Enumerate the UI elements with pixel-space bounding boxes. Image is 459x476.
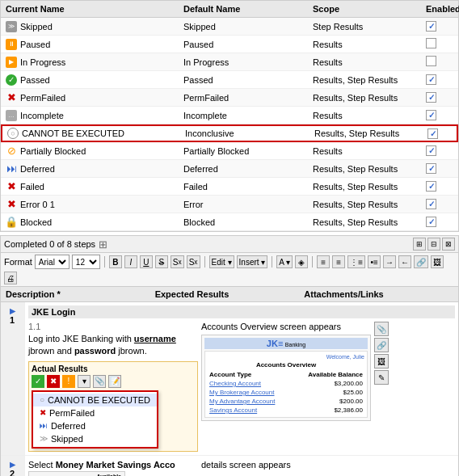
accounts-overview-title: Accounts Overview [208, 361, 364, 369]
row-scope: Results, Step Results [313, 75, 426, 85]
step-2-number: ▶2 [1, 456, 25, 476]
print-button[interactable]: 🖨 [4, 272, 17, 284]
attachment-icon-1[interactable]: 📎 [374, 322, 389, 336]
italic-button[interactable]: I [124, 255, 137, 268]
enabled-checkbox[interactable] [426, 163, 436, 174]
enabled-checkbox[interactable] [426, 21, 436, 32]
link-button[interactable]: 🔗 [414, 255, 428, 268]
permfailed-item-icon: ✖ [40, 408, 46, 417]
col-account-type: Account Type [208, 370, 293, 379]
row-enabled [426, 38, 459, 50]
format-label: Format [4, 257, 32, 267]
savings-link[interactable]: Savings Account [208, 406, 293, 415]
align-left-button[interactable]: ≡ [317, 255, 330, 268]
advantage-link[interactable]: My Advantage Account [208, 397, 293, 406]
row-enabled [427, 128, 459, 139]
row-scope: Results, Step Results [313, 182, 426, 192]
expected-text: Accounts Overview screen appears [201, 322, 371, 331]
col-header-scope: Scope [313, 4, 426, 14]
indent-button[interactable]: → [383, 255, 396, 268]
actual-results-box: Actual Results ✓ ✖ ! ▾ 📎 📝 ○ [28, 361, 198, 452]
row-default: Inconclusive [185, 128, 314, 138]
enabled-checkbox[interactable] [426, 217, 436, 227]
sub-step-expected: Accounts Overview screen appears JK≡ Ban… [201, 322, 371, 452]
permfailed-item-label: PermFailed [49, 408, 95, 418]
enabled-checkbox[interactable] [426, 199, 436, 209]
row-enabled [426, 145, 459, 156]
image-button[interactable]: 🖼 [431, 255, 444, 268]
welcome-text: Welcome, Julie [208, 354, 364, 360]
subscript-button[interactable]: Sx [187, 255, 200, 268]
row-scope: Results [313, 111, 426, 120]
attachment-icon-2[interactable]: 🔗 [374, 338, 389, 352]
underline-button[interactable]: U [140, 255, 153, 268]
step-2-desc: Select Money Market Savings Acco Account… [28, 459, 198, 476]
grid-icon-1[interactable]: ⊞ [413, 238, 426, 251]
step-number-label: ▶1 [10, 305, 15, 325]
step-1-title: JKE Login [28, 305, 455, 318]
enabled-checkbox[interactable] [426, 181, 436, 192]
row-enabled [426, 163, 459, 174]
row-enabled [426, 217, 459, 227]
enabled-checkbox[interactable] [426, 110, 436, 120]
dropdown-item-permfailed[interactable]: ✖ PermFailed [33, 406, 157, 419]
font-color-button[interactable]: A ▾ [276, 255, 293, 268]
insert-dropdown-button[interactable]: Insert ▾ [237, 255, 268, 268]
edit-dropdown-button[interactable]: Edit ▾ [209, 255, 234, 268]
superscript-button[interactable]: Sx [171, 255, 184, 268]
enabled-checkbox[interactable] [426, 92, 436, 103]
dropdown-item-cannot[interactable]: ○ CANNOT BE EXECUTED [33, 394, 157, 406]
passed-icon: ✓ [6, 74, 17, 86]
row-scope: Results, Step Results [313, 93, 426, 103]
attachment-icon-4[interactable]: ✎ [374, 370, 389, 385]
progress-toolbar: Completed 0 of 8 steps ⊞ ⊞ ⊟ ⊠ [1, 236, 458, 253]
enabled-checkbox[interactable] [427, 128, 438, 139]
more-button[interactable]: ▾ [78, 375, 91, 388]
failed-icon: ✖ [6, 181, 17, 192]
table-row: ⏸ Paused Paused Results [1, 36, 458, 53]
list-ol-button[interactable]: ⋮≡ [347, 255, 365, 268]
checking-link[interactable]: Checking Account [208, 379, 293, 388]
savings-amount: $2,386.00 [293, 406, 364, 415]
row-name-deferred: ⏭ Deferred [6, 163, 183, 175]
row-name-failed: ✖ Failed [6, 181, 183, 192]
highlight-button[interactable]: ◈ [295, 255, 308, 268]
enabled-checkbox[interactable] [426, 74, 436, 85]
enabled-checkbox[interactable] [426, 145, 436, 156]
fail-button[interactable]: ✖ [47, 375, 60, 388]
status-dropdown[interactable]: ○ CANNOT BE EXECUTED ✖ PermFailed ⏭ Defe… [32, 390, 158, 449]
enabled-checkbox[interactable] [426, 56, 436, 66]
step-2-content: Select Money Market Savings Acco Account… [25, 456, 458, 476]
row-default: Failed [183, 182, 313, 192]
outdent-button[interactable]: ← [398, 255, 411, 268]
incomplete-icon: … [6, 110, 17, 121]
row-label: Error 0 1 [20, 200, 55, 209]
align-center-button[interactable]: ≡ [332, 255, 345, 268]
bold-button[interactable]: B [109, 255, 122, 268]
font-size-select[interactable]: 12 [72, 255, 100, 269]
dropdown-item-skipped[interactable]: ≫ Skipped [33, 432, 157, 445]
row-label: Skipped [20, 22, 53, 32]
note-button[interactable]: 📝 [108, 375, 121, 388]
strikethrough-button[interactable]: S [155, 255, 168, 268]
attachment-icon-3[interactable]: 🖼 [374, 354, 389, 369]
row-default: Incomplete [183, 111, 313, 120]
list-ul-button[interactable]: •≡ [368, 255, 381, 268]
skipped-icon: ≫ [6, 21, 17, 32]
step-2-expected-text: details screen appears [201, 459, 371, 471]
warn-button[interactable]: ! [62, 375, 75, 388]
dropdown-item-deferred[interactable]: ⏭ Deferred [33, 419, 157, 432]
font-family-select[interactable]: Arial [35, 255, 69, 269]
enabled-checkbox[interactable] [426, 38, 436, 48]
step-2-number-label: ▶2 [10, 459, 15, 476]
attachment-button[interactable]: 📎 [93, 375, 106, 388]
grid-icon-3[interactable]: ⊠ [442, 238, 455, 251]
grid-icon-2[interactable]: ⊟ [427, 238, 440, 251]
deferred-item-label: Deferred [51, 421, 86, 431]
row-name-permfailed: ✖ PermFailed [6, 92, 183, 103]
pass-button[interactable]: ✓ [32, 375, 44, 388]
cannot-item-label: CANNOT BE EXECUTED [48, 395, 150, 405]
row-default: Passed [183, 75, 313, 85]
table-row: ⊘ Partially Blocked Partially Blocked Re… [1, 142, 458, 160]
brokerage-link[interactable]: My Brokerage Account [208, 388, 293, 397]
